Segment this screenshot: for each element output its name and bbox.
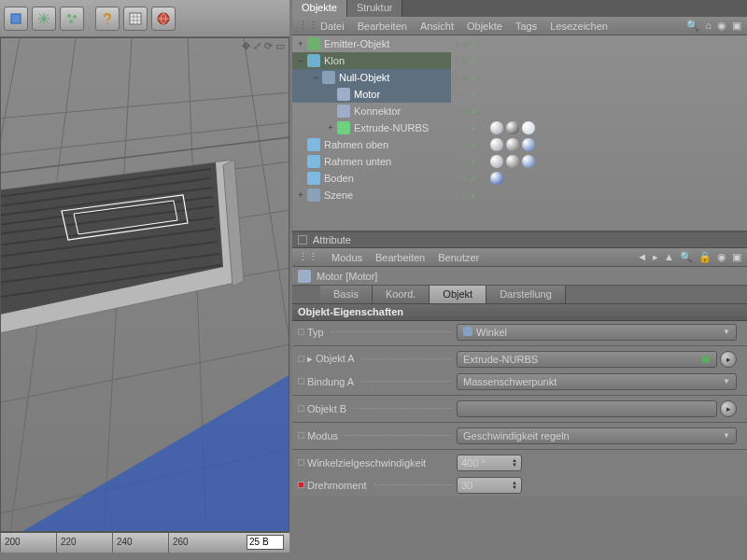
tag-icon[interactable] [490,155,503,168]
tag-icon[interactable] [522,155,535,168]
prop-objA-label: ▸ Objekt A [307,353,355,365]
visibility-toggles[interactable]: ✓ [451,52,488,69]
menu-ansicht[interactable]: Ansicht [420,21,454,32]
expand-icon[interactable]: + [296,190,305,200]
expand-icon[interactable]: + [326,123,335,133]
visibility-toggles[interactable]: ✓ [451,136,488,153]
tab-objekte[interactable]: Objekte [292,0,347,17]
tag-row[interactable] [490,86,535,103]
tab-struktur[interactable]: Struktur [347,0,403,17]
expand-icon[interactable]: – [311,73,320,82]
tree-row[interactable]: Rahmen unten [292,153,451,170]
tag-icon[interactable] [506,155,519,168]
svg-point-1 [67,14,71,18]
tag-row[interactable] [490,187,535,203]
nav-fwd-icon[interactable]: ▸ [653,251,658,263]
menu-bearbeiten[interactable]: Bearbeiten [358,21,407,32]
tree-row[interactable]: +Emitter-Objekt [292,35,451,52]
tool-globe-icon[interactable] [151,7,176,31]
tool-sheet-icon[interactable] [123,7,148,31]
attr-checkbox[interactable] [298,235,307,245]
visibility-toggles[interactable]: ✓ [451,69,488,86]
home-icon[interactable]: ⌂ [705,20,712,32]
tree-row[interactable]: +Extrude-NURBS [292,119,451,136]
menu-objekte[interactable]: Objekte [467,21,502,32]
tag-icon[interactable] [522,138,535,151]
prop-torque-field[interactable]: 30▲▼ [457,477,522,494]
visibility-toggles[interactable]: ✓ [451,35,488,52]
prop-objB-field[interactable] [457,400,717,417]
plus-icon[interactable]: ▣ [732,251,741,263]
eye-icon[interactable]: ◉ [717,20,726,32]
plus-icon[interactable]: ▣ [732,20,741,32]
tool-cube-icon[interactable] [4,7,28,31]
search-icon[interactable]: 🔍 [680,251,693,263]
nav-back-icon[interactable]: ◄ [637,251,647,263]
subtab-objekt[interactable]: Objekt [430,286,486,303]
tree-row[interactable]: Motor [292,86,451,103]
tree-row[interactable]: Boden [292,170,451,187]
object-tree[interactable]: +Emitter-Objekt–Klon–Null-ObjektMotorKon… [292,35,747,231]
tag-icon[interactable] [490,172,503,185]
expand-icon[interactable]: + [296,39,305,49]
expand-icon[interactable]: – [296,56,305,65]
tool-help-icon[interactable] [95,7,120,31]
tool-snap-icon[interactable] [32,7,56,31]
attr-menu-modus[interactable]: Modus [331,252,362,263]
tag-icon[interactable] [490,138,503,151]
viewport-3d[interactable]: ✥ ⤢ ⟳ ▭ [0,37,289,532]
tag-icon[interactable] [506,138,519,151]
visibility-toggles[interactable]: ✓ [451,86,488,103]
ruler-frame-field[interactable]: 25 B [247,535,284,550]
search-icon[interactable]: 🔍 [686,20,699,32]
subtab-basis[interactable]: Basis [320,286,373,303]
menu-tags[interactable]: Tags [515,21,537,32]
visibility-toggles[interactable]: ✓ [451,103,488,119]
tag-row[interactable] [490,170,535,187]
attr-menu-bearbeiten[interactable]: Bearbeiten [375,252,425,263]
tool-particles-icon[interactable] [60,7,84,31]
subtab-koord[interactable]: Koord. [373,286,430,303]
tree-row[interactable]: –Null-Objekt [292,69,451,86]
visibility-toggles[interactable]: ✓ [451,187,488,203]
new-icon[interactable]: ◉ [717,251,726,263]
pick-button[interactable]: ▸ [720,400,737,417]
tag-icon[interactable] [490,121,503,134]
tag-row[interactable] [490,119,535,136]
tag-row[interactable] [490,69,535,86]
tree-row[interactable]: Rahmen oben [292,136,451,153]
object-icon [337,88,350,101]
attr-header: Attribute [292,231,747,248]
svg-point-2 [73,15,77,19]
tag-row[interactable] [490,153,535,170]
tag-icon[interactable] [506,121,519,134]
svg-rect-5 [130,13,141,24]
tag-row[interactable] [490,103,535,119]
tag-row[interactable] [490,35,535,52]
visibility-toggles[interactable]: ✓ [451,119,488,136]
prop-bindA-dropdown[interactable]: Massenschwerpunkt▼ [457,373,737,390]
visibility-toggles[interactable]: ✓ [451,153,488,170]
attr-menu-benutzer[interactable]: Benutzer [438,252,479,263]
lock-icon[interactable]: 🔒 [698,251,712,263]
viewport-nav-icons[interactable]: ✥ ⤢ ⟳ ▭ [242,40,285,52]
link-icon[interactable]: ▣ [701,353,711,365]
prop-objA-field[interactable]: Extrude-NURBS▣ [457,351,717,368]
nav-up-icon[interactable]: ▲ [664,251,674,263]
prop-modus-dropdown[interactable]: Geschwindigkeit regeln▼ [457,427,737,444]
tree-row[interactable]: +Szene [292,187,451,203]
tag-icon[interactable] [522,121,535,134]
prop-wvel-field[interactable]: 400 °▲▼ [457,455,522,471]
visibility-toggles[interactable]: ✓ [451,170,488,187]
tree-row[interactable]: –Klon [292,52,451,69]
subtab-darstellung[interactable]: Darstellung [486,286,566,303]
tag-row[interactable] [490,136,535,153]
tag-row[interactable] [490,52,535,69]
svg-point-3 [69,20,73,23]
pick-button[interactable]: ▸ [720,351,737,368]
timeline-ruler[interactable]: 200 220 240 260 25 B [0,532,289,553]
menu-lesezeichen[interactable]: Lesezeichen [550,21,608,32]
tree-row[interactable]: Konnektor [292,103,451,119]
prop-typ-dropdown[interactable]: Winkel▼ [457,324,737,341]
menu-datei[interactable]: Datei [320,21,345,32]
